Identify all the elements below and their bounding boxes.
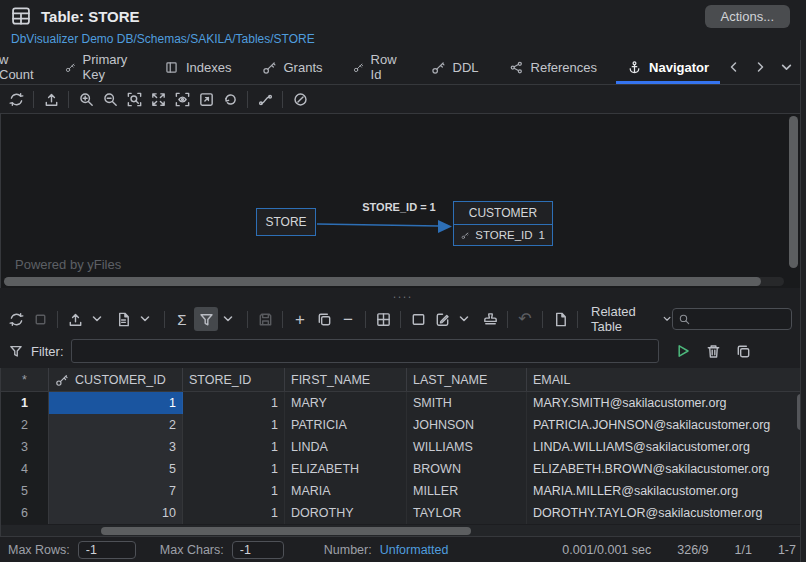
tab-references[interactable]: References: [494, 50, 612, 84]
duplicate-row-button[interactable]: [312, 307, 336, 331]
max-rows-input[interactable]: [78, 541, 136, 559]
grid-export-menu-button[interactable]: [85, 307, 109, 331]
filter-input[interactable]: [71, 339, 659, 363]
row-number[interactable]: 2: [1, 414, 49, 436]
column-header-store-id[interactable]: STORE_ID: [183, 368, 285, 391]
cell-store-id[interactable]: 1: [183, 392, 285, 414]
edit-cell-button[interactable]: [430, 307, 454, 331]
actions-button[interactable]: Actions...: [705, 5, 790, 28]
zoom-in-button[interactable]: [74, 87, 98, 111]
cell-email[interactable]: LINDA.WILLIAMS@sakilacustomer.org: [527, 436, 806, 458]
filter-menu-button[interactable]: [216, 307, 240, 331]
table-row[interactable]: 1 1 1 MARY SMITH MARY.SMITH@sakilacustom…: [1, 392, 806, 414]
cell-store-id[interactable]: 1: [183, 480, 285, 502]
column-header-first-name[interactable]: FIRST_NAME: [285, 368, 407, 391]
table-row[interactable]: 3 3 1 LINDA WILLIAMS LINDA.WILLIAMS@saki…: [1, 436, 806, 458]
cell-store-id[interactable]: 1: [183, 502, 285, 524]
cell-view-button[interactable]: [406, 307, 430, 331]
cell-customer-id[interactable]: 5: [49, 458, 183, 480]
row-number[interactable]: 1: [1, 392, 49, 414]
related-table-dropdown[interactable]: Related Table: [591, 304, 672, 334]
cell-email[interactable]: DOROTHY.TAYLOR@sakilacustomer.org: [527, 502, 806, 524]
cell-last-name[interactable]: SMITH: [407, 392, 527, 414]
row-number[interactable]: 4: [1, 458, 49, 480]
cell-customer-id[interactable]: 10: [49, 502, 183, 524]
new-script-button[interactable]: [548, 307, 572, 331]
save-button[interactable]: [253, 307, 277, 331]
edge-routing-button[interactable]: [253, 87, 277, 111]
grid-search-input[interactable]: [691, 312, 786, 326]
diagram-vertical-scrollbar[interactable]: [789, 116, 798, 268]
cell-email[interactable]: PATRICIA.JOHNSON@sakilacustomer.org: [527, 414, 806, 436]
copy-filter-button[interactable]: [732, 339, 755, 363]
cell-first-name[interactable]: LINDA: [285, 436, 407, 458]
zoom-out-button[interactable]: [98, 87, 122, 111]
undo-button[interactable]: ↶: [513, 307, 537, 331]
number-format-value[interactable]: Unformatted: [380, 543, 449, 557]
stop-button[interactable]: [28, 307, 52, 331]
tab-navigator[interactable]: Navigator: [612, 50, 724, 84]
tab-row-count[interactable]: w Count: [0, 50, 50, 84]
set-value-button[interactable]: [478, 307, 502, 331]
delete-row-button[interactable]: −: [336, 307, 360, 331]
table-row[interactable]: 6 10 1 DOROTHY TAYLOR DOROTHY.TAYLOR@sak…: [1, 502, 806, 524]
tab-grants[interactable]: Grants: [247, 50, 338, 84]
column-header-customer-id[interactable]: CUSTOMER_ID: [49, 368, 183, 391]
navigator-diagram-canvas[interactable]: STORE_ID = 1 STORE CUSTOMER STORE_ID 1 P…: [0, 114, 806, 288]
table-row[interactable]: 4 5 1 ELIZABETH BROWN ELIZABETH.BROWN@sa…: [1, 458, 806, 480]
cell-email[interactable]: MARIA.MILLER@sakilacustomer.org: [527, 480, 806, 502]
cell-last-name[interactable]: WILLIAMS: [407, 436, 527, 458]
grid-export-button[interactable]: [63, 307, 87, 331]
cell-first-name[interactable]: DOROTHY: [285, 502, 407, 524]
cell-email[interactable]: MARY.SMITH@sakilacustomer.org: [527, 392, 806, 414]
overview-button[interactable]: [170, 87, 194, 111]
zoom-selection-button[interactable]: [122, 87, 146, 111]
table-row[interactable]: 5 7 1 MARIA MILLER MARIA.MILLER@sakilacu…: [1, 480, 806, 502]
cell-store-id[interactable]: 1: [183, 458, 285, 480]
cell-last-name[interactable]: MILLER: [407, 480, 527, 502]
cell-first-name[interactable]: MARIA: [285, 480, 407, 502]
fit-content-button[interactable]: [146, 87, 170, 111]
grid-document-menu-button[interactable]: [133, 307, 157, 331]
navigation-mode-button[interactable]: [288, 87, 312, 111]
grid-document-button[interactable]: [111, 307, 135, 331]
tab-primary-key[interactable]: Primary Key: [50, 50, 149, 84]
tabs-scroll-left-button[interactable]: [724, 55, 744, 79]
tab-indexes[interactable]: Indexes: [149, 50, 247, 84]
cell-email[interactable]: ELIZABETH.BROWN@sakilacustomer.org: [527, 458, 806, 480]
cell-last-name[interactable]: TAYLOR: [407, 502, 527, 524]
row-number[interactable]: 5: [1, 480, 49, 502]
cell-last-name[interactable]: JOHNSON: [407, 414, 527, 436]
max-chars-input[interactable]: [232, 541, 284, 559]
grid-horizontal-scrollbar[interactable]: [1, 524, 806, 536]
cell-first-name[interactable]: ELIZABETH: [285, 458, 407, 480]
cell-customer-id[interactable]: 2: [49, 414, 183, 436]
edit-menu-button[interactable]: [452, 307, 476, 331]
tab-ddl[interactable]: DDL: [416, 50, 494, 84]
clear-filter-button[interactable]: [702, 339, 725, 363]
insert-row-button[interactable]: +: [288, 307, 312, 331]
table-row[interactable]: 2 2 1 PATRICIA JOHNSON PATRICIA.JOHNSON@…: [1, 414, 806, 436]
cell-customer-id[interactable]: 7: [49, 480, 183, 502]
cell-first-name[interactable]: PATRICIA: [285, 414, 407, 436]
customer-node[interactable]: CUSTOMER STORE_ID 1: [453, 201, 553, 246]
cell-customer-id[interactable]: 3: [49, 436, 183, 458]
grid-refresh-button[interactable]: [4, 307, 28, 331]
row-header-corner[interactable]: *: [1, 368, 49, 391]
table-view-button[interactable]: [371, 307, 395, 331]
diagram-horizontal-scrollbar[interactable]: [4, 277, 784, 286]
diagram-refresh-button[interactable]: [4, 87, 28, 111]
apply-filter-button[interactable]: [672, 339, 695, 363]
column-header-email[interactable]: EMAIL: [527, 368, 806, 391]
open-in-window-button[interactable]: [194, 87, 218, 111]
cell-store-id[interactable]: 1: [183, 414, 285, 436]
grid-search-box[interactable]: [672, 308, 792, 330]
panel-splitter[interactable]: ∙∙∙∙: [0, 288, 806, 304]
cell-customer-id[interactable]: 1: [49, 392, 183, 414]
store-node[interactable]: STORE: [256, 208, 316, 236]
row-number[interactable]: 3: [1, 436, 49, 458]
cell-store-id[interactable]: 1: [183, 436, 285, 458]
aggregate-button[interactable]: Σ: [170, 307, 194, 331]
filter-toggle-button[interactable]: [194, 307, 218, 331]
cell-first-name[interactable]: MARY: [285, 392, 407, 414]
